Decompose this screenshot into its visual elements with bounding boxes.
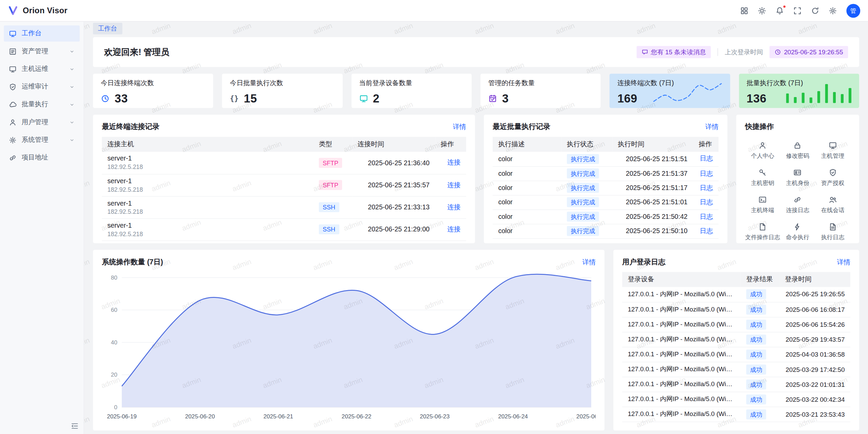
stat-card-today-batch: 今日批量执行次数 {} 15 bbox=[222, 74, 342, 108]
app-logo[interactable]: Orion Visor bbox=[8, 5, 67, 16]
chevron-icon bbox=[69, 137, 75, 143]
sidebar-item-batch-exec[interactable]: 批量执行 bbox=[4, 96, 80, 112]
sidebar-item-system-mgmt[interactable]: 系统管理 bbox=[4, 132, 80, 148]
stat-card-managed-tasks: 管理的任务数量 3 bbox=[480, 74, 601, 108]
column-header: 操作 bbox=[693, 137, 718, 152]
notifications-icon[interactable] bbox=[775, 6, 784, 15]
chart-detail-link[interactable]: 详情 bbox=[583, 257, 596, 267]
log-link[interactable]: 日志 bbox=[700, 227, 713, 235]
chevron-icon bbox=[69, 66, 75, 72]
terminal-row: server-1 182.92.5.218 SSH 2025-06-25 21:… bbox=[102, 196, 466, 218]
batch-detail-link[interactable]: 详情 bbox=[705, 122, 718, 132]
quick-action-change-password[interactable]: 修改密码 bbox=[780, 141, 815, 160]
protocol-badge: SSH bbox=[319, 202, 339, 212]
exec-time: 2025-06-25 21:51:37 bbox=[612, 166, 693, 181]
terminal-row: server-1 182.92.5.218 SSH 2025-06-25 21:… bbox=[102, 218, 466, 240]
login-row: 127.0.0.1 - 内网IP - Mozilla/5.0 (Windows … bbox=[622, 287, 850, 302]
sidebar-collapse-icon[interactable] bbox=[71, 422, 79, 430]
batch-row: color 执行完成 2025-06-25 21:51:01 日志 bbox=[493, 195, 718, 209]
link-icon bbox=[9, 154, 17, 162]
unread-messages-pill[interactable]: 您有 15 条未读消息 bbox=[636, 46, 711, 58]
log-link[interactable]: 日志 bbox=[700, 184, 713, 191]
batch-row: color 执行完成 2025-06-25 21:50:10 日志 bbox=[493, 224, 718, 238]
sidebar-item-label: 系统管理 bbox=[22, 135, 64, 145]
column-header: 执行状态 bbox=[561, 137, 612, 152]
terminal-table: 连接主机类型连接时间操作server-1 182.92.5.218 SFTP 2… bbox=[102, 137, 466, 241]
login-time: 2025-03-21 23:53:43 bbox=[780, 407, 850, 421]
exec-description: color bbox=[493, 209, 561, 224]
message-icon bbox=[641, 49, 648, 56]
connect-link[interactable]: 连接 bbox=[447, 181, 460, 189]
quick-action-host-manage[interactable]: 主机管理 bbox=[815, 141, 850, 160]
connect-link[interactable]: 连接 bbox=[447, 203, 460, 211]
login-row: 127.0.0.1 - 内网IP - Mozilla/5.0 (Windows … bbox=[622, 362, 850, 377]
quick-action-command-exec[interactable]: 命令执行 bbox=[780, 223, 815, 242]
sidebar: 工作台资产管理主机运维运维审计批量执行用户管理系统管理项目地址 bbox=[0, 21, 84, 434]
quick-action-asset-auth[interactable]: 资产授权 bbox=[815, 168, 850, 187]
apps-icon[interactable] bbox=[740, 6, 748, 15]
sidebar-item-workbench[interactable]: 工作台 bbox=[4, 25, 80, 41]
svg-text:80: 80 bbox=[111, 274, 117, 281]
login-table-header: 登录设备登录结果登录时间 bbox=[622, 272, 850, 287]
quick-action-exec-log[interactable]: 执行日志 bbox=[815, 223, 850, 242]
refresh-icon[interactable] bbox=[811, 6, 819, 15]
login-detail-link[interactable]: 详情 bbox=[837, 257, 850, 267]
exec-description: color bbox=[493, 166, 561, 181]
svg-text:2025-06-20: 2025-06-20 bbox=[185, 413, 215, 420]
host-name: server-1 bbox=[107, 155, 308, 163]
login-device: 127.0.0.1 - 内网IP - Mozilla/5.0 (Windows … bbox=[622, 347, 741, 362]
quick-action-host-terminal[interactable]: 主机终端 bbox=[745, 195, 780, 214]
stat-value: 2 bbox=[373, 92, 380, 105]
log-link[interactable]: 日志 bbox=[700, 198, 713, 206]
tab-workbench[interactable]: 工作台 bbox=[93, 23, 122, 34]
user-avatar[interactable]: 管 bbox=[846, 4, 860, 18]
theme-toggle-icon[interactable] bbox=[758, 6, 766, 15]
login-device: 127.0.0.1 - 内网IP - Mozilla/5.0 (Windows … bbox=[622, 287, 741, 302]
stat-card-batch-7d: 批量执行次数 (7日) 136 bbox=[739, 74, 859, 108]
settings-icon[interactable] bbox=[829, 6, 837, 15]
terminal-detail-link[interactable]: 详情 bbox=[453, 122, 466, 132]
quick-action-personal-center[interactable]: 个人中心 bbox=[745, 141, 780, 160]
exec-description: color bbox=[493, 181, 561, 195]
operations-chart: 0204060802025-06-192025-06-202025-06-212… bbox=[102, 272, 595, 423]
quick-action-host-key[interactable]: 主机密钥 bbox=[745, 168, 780, 187]
quick-action-host-identity[interactable]: 主机身份 bbox=[780, 168, 815, 187]
middle-row: 最近终端连接记录 详情 连接主机类型连接时间操作server-1 182.92.… bbox=[93, 115, 859, 243]
divider bbox=[717, 48, 718, 56]
sidebar-item-host-ops[interactable]: 主机运维 bbox=[4, 61, 80, 77]
fullscreen-icon[interactable] bbox=[793, 6, 802, 15]
login-time: 2025-03-22 00:42:34 bbox=[780, 392, 850, 407]
batch-table: 执行描述执行状态执行时间操作color 执行完成 2025-06-25 21:5… bbox=[493, 137, 718, 239]
log-link[interactable]: 日志 bbox=[700, 169, 713, 177]
login-time: 2025-06-06 16:08:17 bbox=[780, 302, 850, 317]
log-link[interactable]: 日志 bbox=[700, 212, 713, 220]
connect-link[interactable]: 连接 bbox=[447, 158, 460, 166]
svg-text:20: 20 bbox=[111, 371, 117, 378]
sidebar-item-label: 运维审计 bbox=[22, 82, 64, 92]
login-device: 127.0.0.1 - 内网IP - Mozilla/5.0 (Windows … bbox=[622, 317, 741, 332]
sidebar-item-user-mgmt[interactable]: 用户管理 bbox=[4, 114, 80, 130]
connect-link[interactable]: 连接 bbox=[447, 225, 460, 233]
connect-time: 2025-06-25 21:33:13 bbox=[352, 196, 435, 218]
stat-card-login-devices: 当前登录设备数量 2 bbox=[351, 74, 472, 108]
fullscreen-icon bbox=[793, 6, 802, 15]
sidebar-item-project-url[interactable]: 项目地址 bbox=[4, 150, 80, 166]
stat-card-today-terminal: 今日连接终端次数 33 bbox=[93, 74, 213, 108]
sidebar-item-assets[interactable]: 资产管理 bbox=[4, 43, 80, 59]
exec-time: 2025-06-25 21:51:01 bbox=[612, 195, 693, 209]
stat-value: 136 bbox=[747, 92, 767, 105]
login-row: 127.0.0.1 - 内网IP - Mozilla/5.0 (Windows … bbox=[622, 377, 850, 392]
sidebar-item-ops-audit[interactable]: 运维审计 bbox=[4, 79, 80, 95]
svg-text:2025-06-21: 2025-06-21 bbox=[263, 413, 293, 420]
quick-action-online-session[interactable]: 在线会话 bbox=[815, 195, 850, 214]
panel-title: 用户登录日志 bbox=[622, 257, 665, 267]
dashboard-icon bbox=[9, 30, 17, 37]
quick-action-file-op-log[interactable]: 文件操作日志 bbox=[745, 223, 780, 242]
quick-action-connect-log[interactable]: 连接日志 bbox=[780, 195, 815, 214]
terminal-row: server-1 182.92.5.218 SFTP 2025-06-25 21… bbox=[102, 152, 466, 174]
welcome-banner: 欢迎回来! 管理员 您有 15 条未读消息 上次登录时间 2025-06-25 … bbox=[93, 37, 859, 67]
svg-text:60: 60 bbox=[111, 306, 117, 313]
log-link[interactable]: 日志 bbox=[700, 155, 713, 163]
thunder-icon bbox=[793, 223, 802, 231]
connect-time: 2025-06-25 21:36:40 bbox=[352, 152, 435, 174]
